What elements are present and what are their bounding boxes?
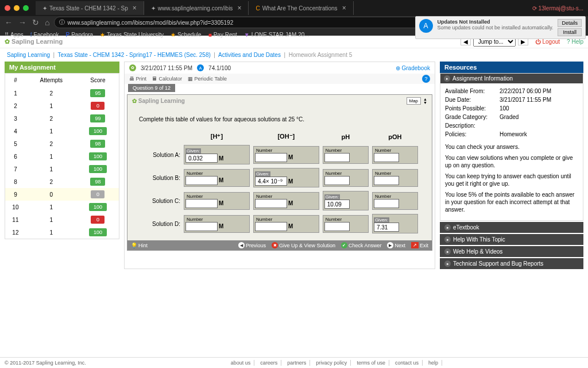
table-row[interactable]: 210 [5, 99, 119, 112]
policy-text: You lose 5% of the points available to e… [445, 191, 578, 213]
check-button[interactable]: ✔ Check Answer [341, 242, 382, 248]
print-button[interactable]: 🖶 Print [129, 76, 146, 82]
bookmark[interactable]: ⠿ Apps [5, 32, 24, 38]
reload-icon[interactable]: ↻ [32, 18, 39, 27]
oh-input-c[interactable] [255, 199, 287, 208]
ph-input-d[interactable] [324, 222, 350, 231]
table-row[interactable]: 121100 [5, 226, 119, 239]
given-label: Given: [255, 171, 270, 177]
bookmark[interactable]: ▼ LONE STAR JAM 20... [244, 32, 310, 38]
browser-tab[interactable]: C What Are The Concentrations× [249, 1, 353, 15]
row-label: Solution A: [140, 144, 181, 166]
bookmark[interactable]: ■ Pay Rent [208, 32, 237, 38]
browser-tab[interactable]: ✦ Texas State - CHEM 1342 - Sp× [36, 1, 144, 15]
table-row[interactable]: 101100 [5, 201, 119, 213]
close-icon[interactable]: × [342, 4, 346, 12]
ph-input-c[interactable] [324, 200, 350, 209]
oh-input-a[interactable] [255, 153, 287, 162]
table-row[interactable]: 5298 [5, 137, 119, 150]
scroll-down-icon[interactable]: ▼ [423, 101, 427, 105]
poh-input-a[interactable] [374, 153, 399, 162]
table-row[interactable]: 1110 [5, 213, 119, 226]
help-link[interactable]: ? Help [567, 39, 583, 45]
table-row[interactable]: 3299 [5, 112, 119, 125]
table-row[interactable]: 8298 [5, 175, 119, 188]
previous-button[interactable]: ◀ Previous [238, 242, 266, 248]
browser-tab[interactable]: ✦ www.saplinglearning.com/ibis× [144, 1, 249, 15]
next-button[interactable]: ▶ Next [387, 242, 405, 248]
info-key: Available From: [445, 88, 500, 94]
h-input-c[interactable] [185, 199, 218, 208]
h-input-a[interactable] [185, 154, 218, 163]
number-label: Number [324, 171, 367, 176]
giveup-button[interactable]: ✖ Give Up & View Solution [272, 242, 335, 248]
poh-input-b[interactable] [374, 176, 399, 185]
col-ph: pH [322, 131, 370, 143]
poh-input-d[interactable] [374, 223, 399, 232]
breadcrumb: Sapling Learning | Texas State - CHEM 13… [0, 48, 588, 62]
calculator-button[interactable]: 🖩 Calculator [152, 76, 182, 82]
col-poh: pOH [371, 131, 419, 143]
crumb-link[interactable]: Activities and Due Dates [218, 52, 281, 58]
h-input-d[interactable] [185, 222, 218, 231]
ph-input-a[interactable] [324, 153, 350, 162]
map-button[interactable]: Map [407, 97, 421, 105]
forward-icon[interactable]: → [18, 18, 26, 27]
table-row[interactable]: 900 [5, 188, 119, 201]
my-assignment-header: My Assignment [5, 62, 119, 73]
hint-button[interactable]: 💡 Hint [131, 243, 148, 248]
crumb-link[interactable]: Sapling Learning [7, 52, 50, 58]
table-row[interactable]: 1295 [5, 87, 119, 99]
crumb-link[interactable]: Texas State - CHEM 1342 - Spring17 - HEM… [58, 52, 211, 58]
resource-link[interactable]: ▸ Help With This Topic [440, 234, 583, 245]
bookmark[interactable]: f Facebook [30, 32, 59, 38]
number-label: Number [374, 148, 416, 153]
help-icon[interactable]: ? [422, 75, 430, 83]
bookmark[interactable]: ★ Texas State University [100, 32, 164, 38]
given-label: Given: [324, 194, 340, 200]
col-number: # [5, 74, 26, 87]
score-display: 74.1/100 [208, 65, 231, 71]
periodic-table-button[interactable]: ▦ Periodic Table [188, 76, 227, 82]
app-store-icon: A [419, 19, 433, 33]
resource-link[interactable]: ▸ Web Help & Videos [440, 246, 583, 257]
bookmark[interactable]: P Pandora [66, 32, 93, 38]
notif-title: Updates Not Installed [438, 19, 554, 25]
number-label: Number [185, 171, 248, 176]
assignment-info-header: ▸ Assignment Information [440, 74, 583, 83]
info-val: 100 [500, 105, 509, 112]
resource-link[interactable]: ▸ eTextbook [440, 222, 583, 233]
info-key: Points Possible: [445, 105, 500, 112]
bookmark[interactable]: ★ Schedule [171, 32, 202, 38]
poh-input-c[interactable] [374, 199, 399, 208]
table-row[interactable]: 61100 [5, 150, 119, 163]
score-icon: A [197, 64, 204, 71]
oh-input-b[interactable] [255, 177, 287, 186]
oh-input-d[interactable] [255, 222, 287, 231]
back-icon[interactable]: ← [5, 18, 13, 27]
row-label: Solution C: [140, 190, 181, 212]
number-label: Number [255, 148, 318, 153]
table-row[interactable]: 71100 [5, 163, 119, 175]
table-row[interactable]: 41100 [5, 125, 119, 137]
h-input-b[interactable] [185, 176, 218, 185]
number-label: Number [324, 217, 367, 222]
user-label: ⟳ 13lermaj@stu-s... [532, 5, 583, 12]
install-button[interactable]: Install [558, 28, 582, 36]
number-label: Number [185, 217, 248, 222]
col-oh: [OH⁻] [252, 131, 320, 143]
close-icon[interactable]: × [133, 4, 137, 12]
resource-link[interactable]: ▸ Technical Support and Bug Reports [440, 258, 583, 269]
gradebook-link[interactable]: ⊕ Gradebook [396, 65, 430, 71]
logout-link[interactable]: ⏻ Logout [535, 39, 560, 45]
number-label: Number [185, 194, 248, 199]
row-label: Solution B: [140, 167, 181, 189]
policy-text: You can keep trying to answer each quest… [445, 172, 578, 187]
home-icon[interactable]: ⌂ [45, 18, 49, 27]
exit-button[interactable]: ↗ Exit [411, 242, 428, 248]
details-button[interactable]: Details [558, 19, 582, 27]
ph-input-b[interactable] [324, 176, 350, 185]
close-icon[interactable]: × [237, 4, 241, 12]
col-score: Score [77, 74, 119, 87]
resources-header: Resources [440, 62, 583, 73]
